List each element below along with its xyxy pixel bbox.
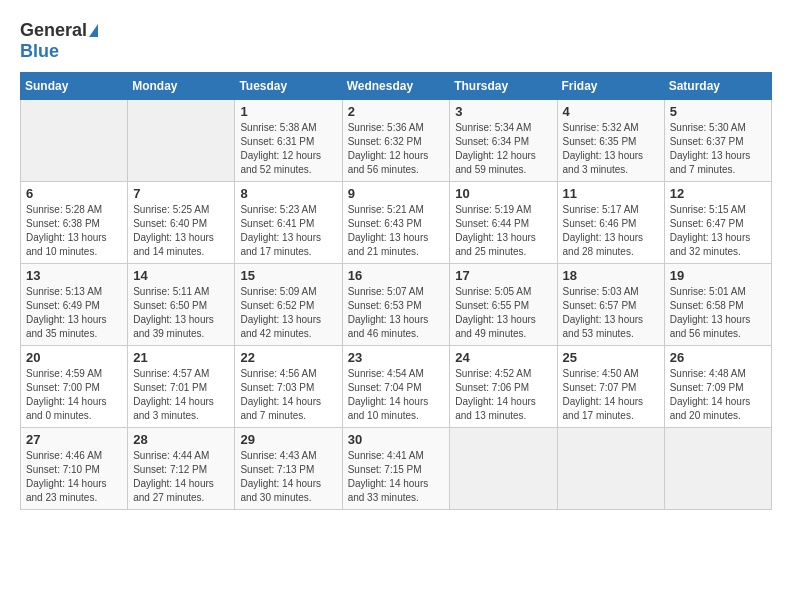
calendar-cell: 14 Sunrise: 5:11 AMSunset: 6:50 PMDaylig… <box>128 264 235 346</box>
calendar-cell: 30 Sunrise: 4:41 AMSunset: 7:15 PMDaylig… <box>342 428 450 510</box>
day-detail: Sunrise: 5:03 AMSunset: 6:57 PMDaylight:… <box>563 286 644 339</box>
calendar-week-1: 1 Sunrise: 5:38 AMSunset: 6:31 PMDayligh… <box>21 100 772 182</box>
day-number: 13 <box>26 268 122 283</box>
day-number: 2 <box>348 104 445 119</box>
calendar-cell <box>664 428 771 510</box>
calendar-cell: 23 Sunrise: 4:54 AMSunset: 7:04 PMDaylig… <box>342 346 450 428</box>
day-number: 1 <box>240 104 336 119</box>
calendar-cell: 21 Sunrise: 4:57 AMSunset: 7:01 PMDaylig… <box>128 346 235 428</box>
day-detail: Sunrise: 5:09 AMSunset: 6:52 PMDaylight:… <box>240 286 321 339</box>
calendar-cell: 20 Sunrise: 4:59 AMSunset: 7:00 PMDaylig… <box>21 346 128 428</box>
calendar-cell: 29 Sunrise: 4:43 AMSunset: 7:13 PMDaylig… <box>235 428 342 510</box>
logo: General Blue <box>20 20 98 62</box>
day-number: 11 <box>563 186 659 201</box>
header-wednesday: Wednesday <box>342 73 450 100</box>
day-detail: Sunrise: 5:23 AMSunset: 6:41 PMDaylight:… <box>240 204 321 257</box>
day-number: 6 <box>26 186 122 201</box>
day-detail: Sunrise: 4:57 AMSunset: 7:01 PMDaylight:… <box>133 368 214 421</box>
day-detail: Sunrise: 4:52 AMSunset: 7:06 PMDaylight:… <box>455 368 536 421</box>
day-detail: Sunrise: 5:25 AMSunset: 6:40 PMDaylight:… <box>133 204 214 257</box>
logo-blue: Blue <box>20 41 59 62</box>
day-detail: Sunrise: 5:11 AMSunset: 6:50 PMDaylight:… <box>133 286 214 339</box>
day-detail: Sunrise: 5:01 AMSunset: 6:58 PMDaylight:… <box>670 286 751 339</box>
day-detail: Sunrise: 5:13 AMSunset: 6:49 PMDaylight:… <box>26 286 107 339</box>
day-detail: Sunrise: 4:54 AMSunset: 7:04 PMDaylight:… <box>348 368 429 421</box>
day-number: 14 <box>133 268 229 283</box>
header-saturday: Saturday <box>664 73 771 100</box>
day-number: 19 <box>670 268 766 283</box>
day-number: 24 <box>455 350 551 365</box>
calendar-cell: 26 Sunrise: 4:48 AMSunset: 7:09 PMDaylig… <box>664 346 771 428</box>
calendar-cell: 6 Sunrise: 5:28 AMSunset: 6:38 PMDayligh… <box>21 182 128 264</box>
calendar-cell: 13 Sunrise: 5:13 AMSunset: 6:49 PMDaylig… <box>21 264 128 346</box>
day-number: 28 <box>133 432 229 447</box>
calendar-cell: 10 Sunrise: 5:19 AMSunset: 6:44 PMDaylig… <box>450 182 557 264</box>
calendar-week-2: 6 Sunrise: 5:28 AMSunset: 6:38 PMDayligh… <box>21 182 772 264</box>
day-number: 26 <box>670 350 766 365</box>
day-number: 30 <box>348 432 445 447</box>
calendar-cell <box>21 100 128 182</box>
day-detail: Sunrise: 5:30 AMSunset: 6:37 PMDaylight:… <box>670 122 751 175</box>
calendar-week-3: 13 Sunrise: 5:13 AMSunset: 6:49 PMDaylig… <box>21 264 772 346</box>
day-number: 3 <box>455 104 551 119</box>
calendar-cell: 25 Sunrise: 4:50 AMSunset: 7:07 PMDaylig… <box>557 346 664 428</box>
calendar-cell: 3 Sunrise: 5:34 AMSunset: 6:34 PMDayligh… <box>450 100 557 182</box>
day-detail: Sunrise: 5:34 AMSunset: 6:34 PMDaylight:… <box>455 122 536 175</box>
day-detail: Sunrise: 4:56 AMSunset: 7:03 PMDaylight:… <box>240 368 321 421</box>
day-detail: Sunrise: 5:28 AMSunset: 6:38 PMDaylight:… <box>26 204 107 257</box>
day-number: 18 <box>563 268 659 283</box>
calendar-cell <box>557 428 664 510</box>
day-number: 5 <box>670 104 766 119</box>
day-detail: Sunrise: 4:50 AMSunset: 7:07 PMDaylight:… <box>563 368 644 421</box>
day-detail: Sunrise: 5:15 AMSunset: 6:47 PMDaylight:… <box>670 204 751 257</box>
day-detail: Sunrise: 5:21 AMSunset: 6:43 PMDaylight:… <box>348 204 429 257</box>
calendar-cell: 5 Sunrise: 5:30 AMSunset: 6:37 PMDayligh… <box>664 100 771 182</box>
day-number: 10 <box>455 186 551 201</box>
calendar-cell: 16 Sunrise: 5:07 AMSunset: 6:53 PMDaylig… <box>342 264 450 346</box>
day-number: 8 <box>240 186 336 201</box>
calendar-cell: 19 Sunrise: 5:01 AMSunset: 6:58 PMDaylig… <box>664 264 771 346</box>
calendar-cell: 12 Sunrise: 5:15 AMSunset: 6:47 PMDaylig… <box>664 182 771 264</box>
day-detail: Sunrise: 5:17 AMSunset: 6:46 PMDaylight:… <box>563 204 644 257</box>
day-number: 22 <box>240 350 336 365</box>
calendar-cell: 7 Sunrise: 5:25 AMSunset: 6:40 PMDayligh… <box>128 182 235 264</box>
day-number: 27 <box>26 432 122 447</box>
day-detail: Sunrise: 5:36 AMSunset: 6:32 PMDaylight:… <box>348 122 429 175</box>
header-monday: Monday <box>128 73 235 100</box>
day-number: 17 <box>455 268 551 283</box>
day-detail: Sunrise: 5:19 AMSunset: 6:44 PMDaylight:… <box>455 204 536 257</box>
calendar-cell: 28 Sunrise: 4:44 AMSunset: 7:12 PMDaylig… <box>128 428 235 510</box>
day-detail: Sunrise: 5:32 AMSunset: 6:35 PMDaylight:… <box>563 122 644 175</box>
header-friday: Friday <box>557 73 664 100</box>
calendar-cell: 24 Sunrise: 4:52 AMSunset: 7:06 PMDaylig… <box>450 346 557 428</box>
calendar-cell: 22 Sunrise: 4:56 AMSunset: 7:03 PMDaylig… <box>235 346 342 428</box>
header-thursday: Thursday <box>450 73 557 100</box>
day-number: 9 <box>348 186 445 201</box>
calendar-table: SundayMondayTuesdayWednesdayThursdayFrid… <box>20 72 772 510</box>
calendar-cell: 18 Sunrise: 5:03 AMSunset: 6:57 PMDaylig… <box>557 264 664 346</box>
day-detail: Sunrise: 4:46 AMSunset: 7:10 PMDaylight:… <box>26 450 107 503</box>
calendar-cell <box>450 428 557 510</box>
day-detail: Sunrise: 4:48 AMSunset: 7:09 PMDaylight:… <box>670 368 751 421</box>
day-number: 15 <box>240 268 336 283</box>
day-detail: Sunrise: 4:43 AMSunset: 7:13 PMDaylight:… <box>240 450 321 503</box>
calendar-cell: 15 Sunrise: 5:09 AMSunset: 6:52 PMDaylig… <box>235 264 342 346</box>
day-number: 4 <box>563 104 659 119</box>
header-tuesday: Tuesday <box>235 73 342 100</box>
day-detail: Sunrise: 5:38 AMSunset: 6:31 PMDaylight:… <box>240 122 321 175</box>
calendar-cell: 4 Sunrise: 5:32 AMSunset: 6:35 PMDayligh… <box>557 100 664 182</box>
day-number: 7 <box>133 186 229 201</box>
day-detail: Sunrise: 4:59 AMSunset: 7:00 PMDaylight:… <box>26 368 107 421</box>
calendar-cell: 2 Sunrise: 5:36 AMSunset: 6:32 PMDayligh… <box>342 100 450 182</box>
day-detail: Sunrise: 4:44 AMSunset: 7:12 PMDaylight:… <box>133 450 214 503</box>
calendar-cell: 8 Sunrise: 5:23 AMSunset: 6:41 PMDayligh… <box>235 182 342 264</box>
day-number: 25 <box>563 350 659 365</box>
calendar-cell: 1 Sunrise: 5:38 AMSunset: 6:31 PMDayligh… <box>235 100 342 182</box>
calendar-cell: 11 Sunrise: 5:17 AMSunset: 6:46 PMDaylig… <box>557 182 664 264</box>
day-number: 16 <box>348 268 445 283</box>
day-number: 23 <box>348 350 445 365</box>
day-number: 12 <box>670 186 766 201</box>
calendar-week-4: 20 Sunrise: 4:59 AMSunset: 7:00 PMDaylig… <box>21 346 772 428</box>
day-detail: Sunrise: 5:07 AMSunset: 6:53 PMDaylight:… <box>348 286 429 339</box>
calendar-cell: 27 Sunrise: 4:46 AMSunset: 7:10 PMDaylig… <box>21 428 128 510</box>
